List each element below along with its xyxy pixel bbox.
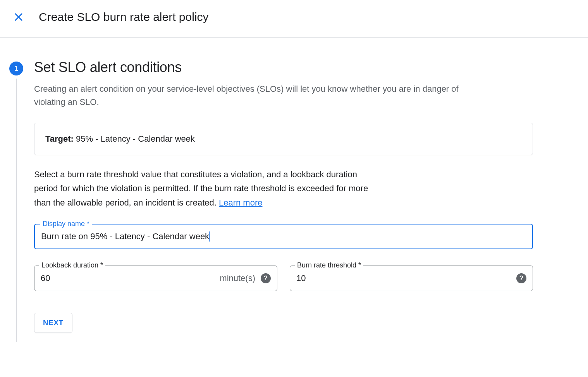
burn-rate-threshold-label: Burn rate threshold * [295,261,363,269]
step-number-badge: 1 [9,62,23,75]
step-description: Creating an alert condition on your serv… [34,82,491,109]
lookback-duration-label: Lookback duration * [39,261,105,269]
step-title: Set SLO alert conditions [34,59,533,75]
help-icon[interactable]: ? [261,273,271,283]
text-cursor [209,231,210,242]
lookback-duration-field[interactable]: Lookback duration * minute(s) ? [34,266,277,291]
lookback-duration-input[interactable] [41,273,220,283]
learn-more-link[interactable]: Learn more [219,198,263,207]
page-title: Create SLO burn rate alert policy [39,10,209,24]
close-button[interactable] [9,8,28,26]
display-name-label: Display name * [40,220,92,228]
burn-rate-threshold-input[interactable] [296,273,516,283]
instruction-text: Select a burn rate threshold value that … [34,168,383,210]
burn-rate-threshold-field[interactable]: Burn rate threshold * ? [290,266,533,291]
page-header: Create SLO burn rate alert policy [0,0,588,38]
close-icon [13,12,24,22]
display-name-value: Burn rate on 95% - Latency - Calendar we… [41,231,209,242]
step-container: 1 Set SLO alert conditions Creating an a… [9,59,533,333]
field-row: Lookback duration * minute(s) ? Burn rat… [34,266,533,291]
target-card: Target: 95% - Latency - Calendar week [34,123,533,155]
display-name-value-wrapper: Burn rate on 95% - Latency - Calendar we… [41,231,210,242]
help-icon[interactable]: ? [516,273,526,283]
step-connector-line [16,79,17,342]
lookback-suffix: minute(s) [220,273,255,283]
display-name-field[interactable]: Display name * Burn rate on 95% - Latenc… [34,224,533,249]
step-body: Set SLO alert conditions Creating an ale… [34,59,533,333]
instruction-body: Select a burn rate threshold value that … [34,170,368,207]
target-label: Target: [45,134,74,144]
next-button[interactable]: NEXT [34,313,72,333]
content-area: 1 Set SLO alert conditions Creating an a… [0,38,542,342]
target-value: 95% - Latency - Calendar week [74,134,195,144]
